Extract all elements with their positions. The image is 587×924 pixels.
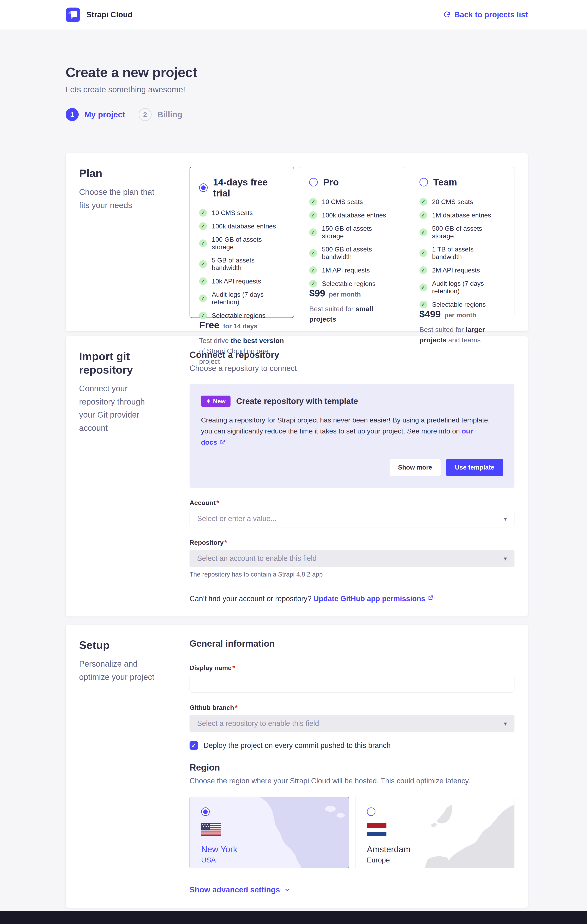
- check-icon: ✓: [419, 198, 427, 206]
- use-template-button[interactable]: Use template: [446, 459, 503, 476]
- radio-unselected-icon[interactable]: [309, 178, 318, 186]
- radio-selected-icon[interactable]: [201, 807, 210, 816]
- plan-name: Team: [433, 177, 457, 188]
- plan-price-suffix: for 14 days: [223, 322, 257, 330]
- step-billing[interactable]: 2 Billing: [139, 108, 182, 121]
- check-icon: ✓: [419, 284, 427, 291]
- plan-feature: ✓500 GB of assets storage: [419, 225, 505, 240]
- feature-label: 1 TB of assets bandwidth: [432, 246, 505, 261]
- blurb-text: Best suited for: [309, 305, 355, 313]
- plan-price: Free: [199, 319, 219, 330]
- plan-card-team[interactable]: Team ✓20 CMS seats ✓1M database entries …: [410, 167, 514, 318]
- account-label: Account*: [190, 499, 514, 507]
- required-asterisk: *: [216, 499, 219, 507]
- display-name-input[interactable]: [190, 675, 514, 693]
- plan-card-pro[interactable]: Pro ✓10 CMS seats ✓100k database entries…: [300, 167, 404, 318]
- plan-name: 14-days free trial: [213, 177, 285, 199]
- plan-blurb: Best suited for larger projects and team…: [419, 325, 505, 345]
- region-description: Choose the region where your Strapi Clou…: [190, 777, 514, 785]
- plan-blurb: Best suited for small projects: [309, 304, 394, 325]
- import-section-description: Connect your repository through your Git…: [79, 382, 163, 435]
- blurb-text: and teams: [446, 336, 481, 344]
- plan-feature: ✓500 GB of assets bandwidth: [309, 246, 394, 261]
- page-title: Create a new project: [66, 64, 528, 80]
- show-more-button[interactable]: Show more: [389, 459, 441, 476]
- sparkle-icon: ✦: [206, 398, 211, 405]
- radio-unselected-icon[interactable]: [419, 178, 428, 186]
- page-subtitle: Lets create something awesome!: [66, 85, 528, 94]
- plan-feature: ✓10 CMS seats: [199, 209, 285, 217]
- plan-price: $99: [309, 287, 325, 299]
- update-permissions-link[interactable]: Update GitHub app permissions: [313, 594, 425, 603]
- account-label-text: Account: [190, 499, 216, 507]
- new-badge-label: New: [213, 398, 226, 405]
- import-section-title: Import git repository: [79, 350, 152, 376]
- plan-feature: ✓100 GB of assets storage: [199, 236, 285, 251]
- caret-down-icon: ▾: [504, 720, 507, 727]
- feature-label: Audit logs (7 days retention): [212, 291, 285, 306]
- radio-selected-icon[interactable]: [199, 183, 208, 192]
- check-icon: ✓: [309, 211, 317, 219]
- repository-select[interactable]: Select an account to enable this field ▾: [190, 549, 514, 567]
- step-my-project[interactable]: 1 My project: [66, 108, 125, 121]
- feature-label: Selectable regions: [212, 312, 265, 319]
- check-icon: ✓: [309, 198, 317, 206]
- feature-label: 150 GB of assets storage: [322, 225, 394, 240]
- check-icon: ✓: [199, 312, 207, 319]
- plan-feature: ✓Audit logs (7 days retention): [199, 291, 285, 306]
- check-icon: ✓: [199, 222, 207, 230]
- setup-section-body: General information Display name* Github…: [190, 639, 514, 894]
- check-icon: ✓: [419, 211, 427, 219]
- banner-title: Create repository with template: [236, 397, 358, 406]
- feature-label: Audit logs (7 days retention): [432, 280, 505, 295]
- github-branch-label: Github branch*: [190, 704, 514, 711]
- step-1-label: My project: [84, 110, 125, 119]
- region-area: Europe: [367, 856, 514, 864]
- back-to-projects-link[interactable]: Back to projects list: [443, 10, 528, 19]
- show-advanced-settings-link[interactable]: Show advanced settings: [190, 886, 291, 894]
- check-icon: ✓: [419, 249, 427, 257]
- stepper: 1 My project 2 Billing: [66, 108, 528, 121]
- region-city: Amsterdam: [367, 845, 514, 854]
- netherlands-flag-icon: [367, 823, 386, 837]
- setup-section-description: Personalize and optimize your project: [79, 657, 163, 684]
- required-asterisk: *: [232, 664, 235, 672]
- plan-card-free-trial[interactable]: 14-days free trial ✓10 CMS seats ✓100k d…: [190, 167, 294, 318]
- blurb-text: Best suited for: [419, 326, 466, 333]
- deploy-checkbox-row[interactable]: ✓ Deploy the project on every commit pus…: [190, 741, 514, 750]
- back-arrow-icon: [443, 11, 451, 18]
- external-link-icon: [219, 437, 226, 449]
- banner-text: Creating a repository for Strapi project…: [201, 416, 490, 435]
- feature-label: 1M API requests: [322, 267, 370, 274]
- connect-repo-title: Connect a repository: [190, 350, 514, 360]
- plan-section-intro: Plan Choose the plan that fits your need…: [79, 167, 190, 318]
- radio-unselected-icon[interactable]: [367, 807, 376, 816]
- import-section-intro: Import git repository Connect your repos…: [79, 350, 190, 603]
- check-icon: ✓: [309, 280, 317, 287]
- feature-label: 500 GB of assets storage: [432, 225, 505, 240]
- github-branch-select[interactable]: Select a repository to enable this field…: [190, 715, 514, 732]
- checkbox-checked-icon[interactable]: ✓: [190, 741, 198, 750]
- brand-name: Strapi Cloud: [86, 10, 132, 19]
- region-card-new-york[interactable]: New York USA: [190, 797, 349, 868]
- account-select[interactable]: Select or enter a value... ▾: [190, 510, 514, 527]
- top-navbar: Strapi Cloud Back to projects list: [0, 0, 587, 30]
- feature-label: 10k API requests: [212, 277, 261, 285]
- plan-price-suffix: per month: [444, 312, 476, 319]
- display-name-label-text: Display name: [190, 664, 232, 672]
- repository-helper: The repository has to contain a Strapi 4…: [190, 571, 514, 578]
- region-card-amsterdam[interactable]: Amsterdam Europe: [355, 797, 514, 868]
- setup-section-intro: Setup Personalize and optimize your proj…: [79, 639, 190, 894]
- repository-label: Repository*: [190, 539, 514, 546]
- check-icon: ✓: [199, 277, 207, 285]
- deploy-checkbox-label: Deploy the project on every commit pushe…: [203, 741, 391, 750]
- plan-feature-list: ✓10 CMS seats ✓100k database entries ✓15…: [309, 198, 394, 287]
- feature-label: 1M database entries: [432, 211, 491, 219]
- permissions-text: Can’t find your account or repository?: [190, 594, 312, 603]
- chevron-down-icon: [284, 886, 291, 893]
- github-branch-placeholder: Select a repository to enable this field: [197, 719, 319, 728]
- plan-feature: ✓20 CMS seats: [419, 198, 505, 206]
- caret-down-icon: ▾: [504, 515, 507, 522]
- github-branch-label-text: Github branch: [190, 704, 234, 711]
- setup-section: Setup Personalize and optimize your proj…: [66, 625, 528, 908]
